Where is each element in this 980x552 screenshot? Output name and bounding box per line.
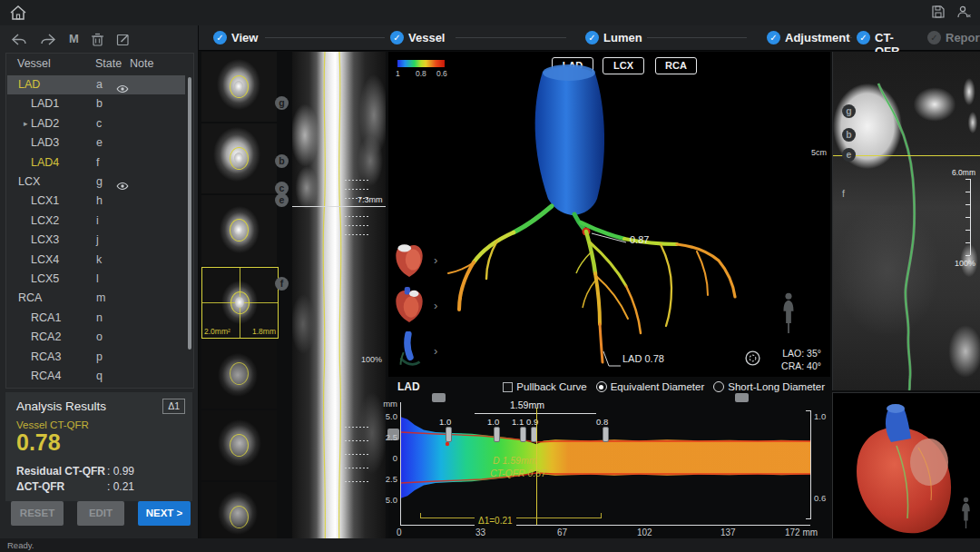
coronary-3d-view[interactable]: 1 0.8 0.6 LAD LCX RCA xyxy=(388,52,830,377)
vessel-sidebar: M Vessel State Note LAD a LAD1 b ▸ xyxy=(0,25,199,538)
reference-marker[interactable] xyxy=(520,427,526,442)
mpr-ruler xyxy=(970,179,971,255)
cross-section-thumbnail[interactable] xyxy=(201,195,277,265)
home-icon[interactable] xyxy=(9,5,27,25)
vessel-row-lcx[interactable]: LCX g xyxy=(7,172,185,192)
checkbox-icon xyxy=(503,382,513,392)
cross-section-thumbnail-selected[interactable]: 2.0mm² 1.8mm xyxy=(201,267,279,339)
reference-marker[interactable] xyxy=(494,427,500,442)
vessel-row-lcx2[interactable]: LCX2 i xyxy=(7,212,185,231)
mld-position-line[interactable] xyxy=(536,408,537,525)
vessel-row-lcx5[interactable]: LCX5 l xyxy=(7,270,185,289)
vessel-row-lad4[interactable]: LAD4 f xyxy=(7,153,185,172)
chart-vessel-label: LAD xyxy=(397,380,420,393)
lumen-contour xyxy=(230,434,249,457)
mpr-badge-g[interactable]: g xyxy=(842,104,856,118)
short-long-diameter-radio[interactable]: Short-Long Diameter xyxy=(713,381,825,392)
vessel-row-rca3[interactable]: RCA3 p xyxy=(7,348,185,367)
branch-badge-b[interactable]: b xyxy=(275,154,289,168)
next-button[interactable]: NEXT > xyxy=(138,501,191,526)
rotate-view-icon[interactable] xyxy=(744,350,761,370)
branch-badge-e[interactable]: e xyxy=(275,193,289,207)
vessel-tree-preset[interactable]: › xyxy=(392,331,426,370)
branch-badge-f[interactable]: f xyxy=(275,277,289,291)
y-axis-line xyxy=(400,402,401,525)
cross-section-thumbnail[interactable] xyxy=(201,52,277,122)
residual-value: : 0.99 xyxy=(107,465,134,478)
mpr-badge-e[interactable]: e xyxy=(842,148,856,162)
y-right-tick: 1.0 xyxy=(814,411,826,421)
save-icon[interactable] xyxy=(931,5,946,23)
vessel-list-scrollbar[interactable] xyxy=(188,77,191,350)
check-icon: ✓ xyxy=(390,31,404,44)
lumen-contour xyxy=(230,506,249,528)
y-right-axis-line xyxy=(810,410,811,519)
user-icon[interactable] xyxy=(956,5,972,23)
overlay-ctqfr-label: CT-QFR 0.87 xyxy=(490,468,546,478)
distal-qfr-label: LAD 0.78 xyxy=(622,353,664,364)
cross-section-thumbnail[interactable] xyxy=(201,410,277,480)
check-icon: ✓ xyxy=(927,31,941,44)
vessel-row-lcx1[interactable]: LCX1 h xyxy=(7,192,185,211)
orientation-human-icon xyxy=(958,496,974,534)
undo-icon[interactable] xyxy=(11,33,27,50)
vessel-row-rca4[interactable]: RCA4 q xyxy=(7,367,185,386)
range-handle-start[interactable] xyxy=(432,393,446,402)
delete-icon[interactable] xyxy=(91,33,104,50)
vessel-row-lad2[interactable]: ▸ LAD2 c xyxy=(7,114,185,133)
y-tick: 5.0 xyxy=(374,411,397,421)
vessel-row-lcx3[interactable]: LCX3 j xyxy=(7,231,185,250)
vessel-row-lad3[interactable]: LAD3 e xyxy=(7,133,185,153)
vessel-row-rca2[interactable]: RCA2 o xyxy=(7,328,185,347)
chevron-right-icon: › xyxy=(434,253,437,267)
delta-badge: Δ1 xyxy=(162,399,185,414)
equivalent-diameter-radio[interactable]: Equivalent Diameter xyxy=(596,381,705,392)
y-right-tick: 0.6 xyxy=(814,493,826,503)
delta-value-label: Δ1=0.21 xyxy=(475,516,516,526)
analysis-title: Analysis Results xyxy=(16,399,106,413)
marker-value: 1.0 xyxy=(439,417,451,427)
lumen-contour xyxy=(230,147,249,170)
measure-tool-icon[interactable]: M xyxy=(69,32,79,45)
radio-selected-icon xyxy=(596,381,607,392)
vessel-row-lad[interactable]: LAD a xyxy=(7,75,185,94)
check-icon: ✓ xyxy=(585,31,599,44)
curved-mpr-view[interactable]: g b e f 6.0mm 100% xyxy=(832,52,980,390)
mpr-label-f: f xyxy=(842,188,845,199)
reset-button[interactable]: RESET xyxy=(11,501,64,526)
edit-button[interactable]: EDIT xyxy=(77,501,124,526)
range-handle-end[interactable] xyxy=(735,393,749,402)
vessel-row-lad1[interactable]: LAD1 b xyxy=(7,94,185,113)
y-axis-unit: mm xyxy=(374,399,397,409)
heart-3d-view[interactable] xyxy=(832,392,980,539)
delta-ctqfr-value: : 0.21 xyxy=(107,480,134,493)
edit-icon[interactable] xyxy=(116,33,130,50)
cross-section-thumbnail[interactable] xyxy=(201,123,277,193)
redo-icon[interactable] xyxy=(40,33,56,50)
cross-section-thumbnail[interactable] xyxy=(201,339,277,409)
reference-marker[interactable] xyxy=(446,427,452,442)
chart-display-controls: Pullback Curve Equivalent Diameter Short… xyxy=(503,381,825,392)
expand-triangle-icon[interactable]: ▸ xyxy=(24,114,28,133)
vessel-row-lcx4[interactable]: LCX4 k xyxy=(7,251,185,270)
x-tick: 67 xyxy=(557,527,567,537)
branch-badge-g[interactable]: g xyxy=(275,96,289,110)
mpr-badge-b[interactable]: b xyxy=(842,128,856,142)
pullback-curve-checkbox[interactable]: Pullback Curve xyxy=(503,381,586,392)
reference-marker[interactable] xyxy=(603,427,609,442)
straightened-vessel-view[interactable]: 7.3mm 100% xyxy=(292,52,386,552)
status-text: Ready. xyxy=(7,540,34,550)
orientation-human-icon xyxy=(779,290,799,340)
vessel-row-rca1[interactable]: RCA1 n xyxy=(7,309,185,328)
lumen-contour xyxy=(230,219,249,242)
y-tick: 2.5 xyxy=(374,474,397,484)
heart-view-preset-1[interactable]: › xyxy=(392,241,426,279)
title-bar xyxy=(0,0,980,25)
vessel-toolbar: M xyxy=(0,29,198,51)
heart-view-preset-2[interactable]: › xyxy=(392,286,426,324)
lumen-diameter-label: 1.8mm xyxy=(252,327,276,336)
vessel-row-rca[interactable]: RCA m xyxy=(7,289,185,308)
analysis-results-panel: Analysis Results Δ1 Vessel CT-QFR 0.78 R… xyxy=(5,392,192,501)
lao-angle-label: LAO: 35° xyxy=(782,348,821,359)
scale-label: 5cm xyxy=(811,148,827,157)
